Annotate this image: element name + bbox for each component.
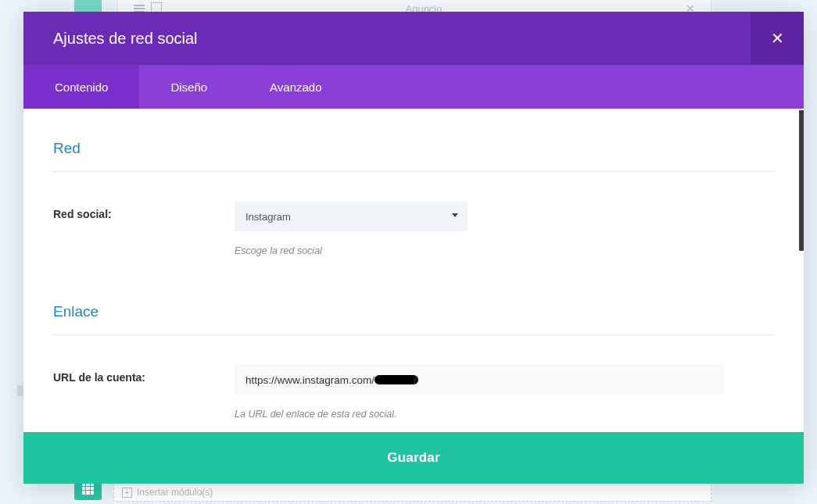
redacted-text <box>374 375 418 384</box>
tabs-bar: Contenido Diseño Avanzado <box>23 65 804 109</box>
label-url: URL de la cuenta: <box>53 365 235 384</box>
close-button[interactable]: ✕ <box>751 12 804 65</box>
modal-title: Ajustes de red social <box>53 30 198 48</box>
section-link-title: Enlace <box>53 303 774 335</box>
plus-icon: + <box>122 488 132 498</box>
insert-module-placeholder[interactable]: + Insertar módulo(s) <box>113 483 711 502</box>
insert-module-label: Insertar módulo(s) <box>137 487 213 498</box>
scrollbar-thumb[interactable] <box>799 110 804 251</box>
field-network: Red social: Instagram Escoge la red soci… <box>53 202 774 256</box>
network-select-wrap: Instagram <box>235 202 468 231</box>
network-select-value: Instagram <box>245 211 291 223</box>
tab-design[interactable]: Diseño <box>139 65 238 109</box>
grid-icon <box>82 482 95 495</box>
content-area: Red Red social: Instagram Escoge la red … <box>23 109 804 432</box>
close-icon: ✕ <box>771 29 784 48</box>
save-bar: Guardar <box>23 432 804 484</box>
section-network-title: Red <box>53 140 774 172</box>
tab-advanced[interactable]: Avanzado <box>238 65 353 109</box>
helper-network: Escoge la red social <box>235 245 774 256</box>
content-scroll[interactable]: Red Red social: Instagram Escoge la red … <box>23 109 804 432</box>
save-button[interactable]: Guardar <box>23 432 804 484</box>
url-input[interactable]: https://www.instagram.com// <box>235 365 724 395</box>
url-value-suffix: / <box>414 374 417 386</box>
label-network: Red social: <box>53 202 235 220</box>
settings-modal: Ajustes de red social ✕ Contenido Diseño… <box>23 12 804 484</box>
field-url: URL de la cuenta: https://www.instagram.… <box>53 365 774 420</box>
url-value-prefix: https://www.instagram.com/ <box>245 374 374 386</box>
tab-content[interactable]: Contenido <box>23 65 139 109</box>
modal-header: Ajustes de red social ✕ <box>23 12 804 65</box>
helper-url: La URL del enlace de esta red social. <box>235 409 774 420</box>
network-select[interactable]: Instagram <box>235 202 468 231</box>
